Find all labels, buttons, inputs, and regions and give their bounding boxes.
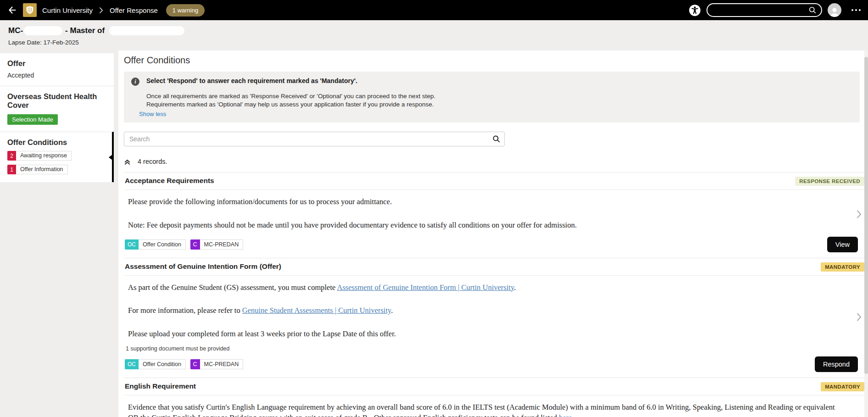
- info-headline: Select 'Respond' to answer each requirem…: [146, 77, 435, 84]
- conditions-search: [124, 132, 505, 146]
- tag-list: OCOffer ConditionCMC-PREDAN: [125, 239, 248, 250]
- tag-oc: OCOffer Condition: [125, 359, 186, 369]
- brand-name: Curtin University: [42, 6, 93, 14]
- search-icon[interactable]: [492, 135, 501, 145]
- sidebar-item-offer[interactable]: Offer Accepted: [0, 53, 114, 86]
- arrow-left-icon: [7, 5, 17, 15]
- inline-link[interactable]: Genuine Student Assessments | Curtin Uni…: [242, 306, 391, 315]
- show-less-link[interactable]: Show less: [139, 111, 166, 117]
- search-input[interactable]: [124, 132, 505, 146]
- active-item-arrow: [109, 155, 112, 160]
- chevron-right-icon[interactable]: [857, 312, 862, 323]
- card-footer: OCOffer ConditionCMC-PREDAN Respond: [125, 356, 864, 372]
- user-icon: [829, 6, 840, 17]
- topbar-search-input[interactable]: [712, 7, 808, 14]
- chevron-right-icon[interactable]: [857, 210, 862, 220]
- scrollbar-track[interactable]: [864, 50, 868, 417]
- tag-c: CMC-PREDAN: [190, 359, 243, 369]
- breadcrumb-page: Offer Response: [110, 6, 158, 14]
- topbar-search: [707, 3, 822, 17]
- card-title: English Requirement: [125, 382, 196, 390]
- card-body: Please provide the following information…: [125, 190, 864, 231]
- overflow-menu-icon[interactable]: [851, 9, 861, 11]
- card-body: As part of the Genuine Student (GS) asse…: [125, 276, 864, 339]
- sidebar-item-title: Offer: [7, 59, 106, 68]
- counter-label: Offer Information: [16, 165, 68, 174]
- redacted-program-name: [109, 26, 184, 35]
- sidebar: Offer Accepted Overseas Student Health C…: [0, 53, 114, 182]
- selection-made-badge: Selection Made: [7, 114, 58, 125]
- warning-badge[interactable]: 1 warning: [166, 4, 205, 17]
- tag-label: MC-PREDAN: [200, 239, 244, 250]
- inline-link[interactable]: here: [559, 413, 572, 417]
- action-button-wrap: Respond: [815, 356, 858, 372]
- status-badge: MANDATORY: [821, 382, 864, 391]
- redacted-program-code: [24, 26, 62, 35]
- card-header: English Requirement MANDATORY: [125, 382, 864, 395]
- sidebar-item-title: Overseas Student Health Cover: [7, 92, 106, 110]
- inline-link[interactable]: Assessment of Genuine Intention Form | C…: [337, 283, 514, 292]
- shield-icon: [25, 5, 35, 15]
- info-lines: Once all requirements are marked as 'Res…: [146, 92, 435, 109]
- program-code-prefix: MC-: [8, 26, 23, 35]
- search-icon[interactable]: [808, 6, 817, 14]
- records-row: 4 records.: [124, 158, 864, 165]
- card-header: Assessment of Genuine Intention Form (Of…: [125, 262, 864, 276]
- back-button[interactable]: [7, 5, 17, 15]
- program-title: MC- - Master of: [8, 26, 860, 35]
- top-bar: Curtin University Offer Response 1 warni…: [0, 0, 868, 20]
- counter-label: Awaiting response: [16, 151, 72, 161]
- program-title-prefix: - Master of: [65, 26, 105, 35]
- status-badge: RESPONSE RECEIVED: [795, 177, 864, 186]
- accessibility-icon[interactable]: [689, 4, 701, 17]
- sidebar-panel: Offer Accepted Overseas Student Health C…: [0, 53, 114, 132]
- offer-condition-card: English Requirement MANDATORY Evidence t…: [124, 378, 864, 417]
- main-panel: Offer Conditions i Select 'Respond' to a…: [118, 50, 864, 417]
- offer-condition-card: Assessment of Genuine Intention Form (Of…: [124, 258, 864, 378]
- info-line: Requirements marked as 'Optional' may he…: [146, 100, 435, 109]
- offer-condition-card: Acceptance Requirements RESPONSE RECEIVE…: [124, 172, 864, 258]
- sidebar-item-offer-conditions[interactable]: Offer Conditions 2 Awaiting response 1 O…: [0, 132, 114, 182]
- sidebar-item-title: Offer Conditions: [7, 138, 106, 147]
- tag-abbr: OC: [125, 359, 139, 369]
- supporting-doc-note: 1 supporting document must be provided: [126, 345, 864, 352]
- offer-information-counter: 1 Offer Information: [7, 165, 106, 174]
- collapse-all-icon[interactable]: [124, 158, 131, 165]
- status-badge: MANDATORY: [821, 262, 864, 272]
- info-line: Once all requirements are marked as 'Res…: [146, 92, 435, 100]
- tag-label: Offer Condition: [139, 239, 186, 250]
- sidebar-item-health-cover[interactable]: Overseas Student Health Cover Selection …: [0, 86, 114, 132]
- tag-abbr: C: [190, 239, 200, 250]
- view-button[interactable]: View: [827, 237, 858, 252]
- avatar[interactable]: [828, 3, 841, 17]
- card-body: Evidence that you satisfy Curtin's Engli…: [125, 395, 864, 417]
- tag-c: CMC-PREDAN: [190, 239, 243, 250]
- breadcrumb-chevron-icon: [99, 7, 103, 14]
- curtin-logo: [23, 3, 37, 17]
- tag-abbr: C: [190, 359, 200, 369]
- tag-list: OCOffer ConditionCMC-PREDAN: [125, 359, 248, 369]
- lapse-date: Lapse Date: 17-Feb-2025: [8, 39, 860, 46]
- counter-count: 1: [7, 165, 16, 174]
- card-footer: OCOffer ConditionCMC-PREDAN View: [125, 237, 864, 252]
- info-icon: i: [131, 78, 139, 86]
- card-header: Acceptance Requirements RESPONSE RECEIVE…: [125, 177, 864, 190]
- awaiting-response-counter: 2 Awaiting response: [7, 151, 106, 161]
- records-count: 4 records.: [138, 158, 167, 165]
- info-banner: i Select 'Respond' to answer each requir…: [124, 72, 860, 122]
- info-banner-text: Select 'Respond' to answer each requirem…: [146, 77, 435, 118]
- offer-header: MC- - Master of Lapse Date: 17-Feb-2025: [0, 20, 868, 50]
- page-title: Offer Conditions: [124, 55, 864, 66]
- action-button-wrap: View: [827, 237, 858, 252]
- respond-button[interactable]: Respond: [815, 356, 858, 372]
- card-title: Acceptance Requirements: [125, 177, 214, 185]
- content-area: Offer Accepted Overseas Student Health C…: [0, 50, 868, 417]
- card-title: Assessment of Genuine Intention Form (Of…: [125, 262, 281, 271]
- tag-oc: OCOffer Condition: [125, 239, 186, 250]
- counter-count: 2: [7, 151, 16, 161]
- tag-label: Offer Condition: [139, 359, 186, 369]
- offer-status: Accepted: [7, 72, 106, 79]
- tag-label: MC-PREDAN: [200, 359, 244, 369]
- scrollbar-thumb[interactable]: [864, 57, 868, 374]
- tag-abbr: OC: [125, 239, 139, 250]
